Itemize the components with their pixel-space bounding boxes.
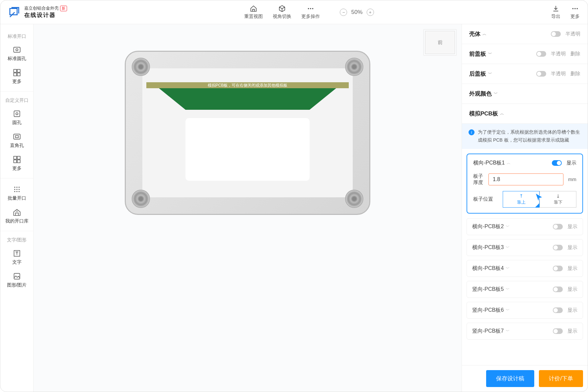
svg-rect-9 <box>17 69 20 72</box>
panel-row-back-cover[interactable]: 后盖板﹀ 半透明 删除 <box>462 64 588 84</box>
chevron-down-icon: ﹀ <box>488 71 492 77</box>
sidebar-item-image[interactable]: 图形/图片 <box>0 269 33 292</box>
info-icon: i <box>469 129 475 135</box>
pcb-list-item[interactable]: 横向-PCB板4﹀显示 <box>467 260 583 277</box>
show-toggle[interactable] <box>553 224 563 229</box>
rect-icon <box>13 132 21 141</box>
sidebar-item-circle-hole[interactable]: 圆孔 <box>0 106 33 129</box>
chevron-down-icon: ﹀ <box>494 91 498 97</box>
image-icon <box>13 272 21 281</box>
sidebar-item-rect-hole[interactable]: 直角孔 <box>0 129 33 152</box>
pcb-list-item[interactable]: 横向-PCB板2﹀显示 <box>467 218 583 235</box>
panel-footer: 保存设计稿 计价/下单 <box>462 365 588 392</box>
translucent-toggle[interactable] <box>551 31 561 37</box>
pcb-list-item[interactable]: 竖向-PCB板5﹀显示 <box>467 281 583 298</box>
pcb-card-active: 横向-PCB板1 ︿ 显示 板子厚度 mm 板子位 <box>467 154 583 214</box>
pcb-list-item[interactable]: 横向-PCB板3﹀显示 <box>467 239 583 256</box>
show-toggle[interactable] <box>553 266 563 271</box>
text-icon <box>13 249 21 258</box>
right-panel: 壳体︿ 半透明 前盖板﹀ 半透明 删除 后盖板﹀ <box>462 24 588 392</box>
panel-row-pcb[interactable]: 模拟PCB板︿ <box>462 104 588 124</box>
logo-title: 嘉立创铝合金外壳 <box>24 5 59 11</box>
show-toggle[interactable] <box>553 328 563 334</box>
sidebar-item-text[interactable]: 文字 <box>0 246 33 269</box>
download-icon <box>552 5 559 12</box>
order-button[interactable]: 计价/下单 <box>539 370 583 387</box>
svg-point-20 <box>16 187 17 188</box>
position-bottom-button[interactable]: ⤓ 靠下 <box>540 191 576 208</box>
panel-row-shell[interactable]: 壳体︿ 半透明 <box>462 24 588 44</box>
pcb-card-title[interactable]: 横向-PCB板1 ︿ <box>473 160 511 166</box>
show-toggle[interactable] <box>553 245 563 250</box>
hole-icon <box>13 45 21 54</box>
svg-point-2 <box>312 8 314 9</box>
svg-point-7 <box>16 49 18 51</box>
grid-icon <box>13 68 21 77</box>
delete-link[interactable]: 删除 <box>570 51 580 57</box>
library-icon <box>13 208 21 217</box>
section-heading: 自定义开口 <box>0 95 33 106</box>
position-top-button[interactable]: ⤒ 靠上 <box>503 191 540 208</box>
sidebar-item-more[interactable]: 更多 <box>0 65 33 88</box>
svg-point-3 <box>572 8 574 9</box>
align-top-icon: ⤒ <box>519 193 523 199</box>
chevron-up-icon: ︿ <box>482 31 486 37</box>
delete-link[interactable]: 删除 <box>570 71 580 77</box>
svg-rect-8 <box>14 69 17 72</box>
sidebar-item-more2[interactable]: 更多 <box>0 152 33 175</box>
view-cube[interactable]: 前 <box>425 31 455 54</box>
panel-row-front-cover[interactable]: 前盖板﹀ 半透明 删除 <box>462 44 588 64</box>
svg-rect-11 <box>17 73 20 76</box>
sidebar-item-library[interactable]: 我的开口库 <box>0 205 33 228</box>
svg-rect-10 <box>14 73 17 76</box>
canvas[interactable]: 前 模拟PCB板，可在右侧关闭或添加其他模拟板 <box>34 24 462 392</box>
zoom-out-button[interactable]: − <box>340 9 347 16</box>
thickness-input[interactable] <box>488 173 563 185</box>
export-button[interactable]: 导出 <box>551 5 560 20</box>
svg-point-27 <box>18 191 19 192</box>
svg-rect-18 <box>17 160 20 163</box>
show-toggle[interactable] <box>553 287 563 292</box>
save-button[interactable]: 保存设计稿 <box>486 370 534 387</box>
more-actions-button[interactable]: 更多操作 <box>301 5 320 20</box>
logo-icon <box>8 6 21 19</box>
switch-view-button[interactable]: 视角切换 <box>273 5 291 20</box>
chevron-down-icon: ﹀ <box>488 51 492 57</box>
show-toggle[interactable] <box>553 307 563 313</box>
svg-rect-13 <box>14 134 20 139</box>
translucent-toggle[interactable] <box>536 71 546 77</box>
show-toggle[interactable] <box>552 160 562 166</box>
svg-point-25 <box>14 191 15 192</box>
svg-rect-15 <box>14 156 17 159</box>
thickness-unit: mm <box>568 176 576 182</box>
pcb-list-item[interactable]: 竖向-PCB板7﹀显示 <box>467 323 583 340</box>
enclosure-model[interactable]: 模拟PCB板，可在右侧关闭或添加其他模拟板 <box>125 51 370 215</box>
pcb-info: i 为了便于定位，系统根据您所选壳体的导槽个数生成模拟 PCB 板，您可以根据需… <box>462 124 588 149</box>
sidebar-item-batch[interactable]: 批量开口 <box>0 182 33 205</box>
pcb-list-item[interactable]: 竖向-PCB板6﹀显示 <box>467 302 583 319</box>
grid-icon <box>13 155 21 164</box>
svg-rect-16 <box>17 156 20 159</box>
zoom-level: 50% <box>351 9 362 16</box>
zoom-in-button[interactable]: + <box>367 9 374 16</box>
translucent-toggle[interactable] <box>536 51 546 57</box>
screw-icon <box>132 190 150 208</box>
zoom-controls: − 50% + <box>340 5 374 20</box>
panel-row-color[interactable]: 外观颜色﹀ <box>462 84 588 104</box>
svg-point-22 <box>14 189 15 190</box>
svg-point-0 <box>308 8 309 9</box>
position-label: 板子位置 <box>473 196 498 202</box>
logo-badge: 新 <box>60 6 67 11</box>
reset-view-button[interactable]: 重置视图 <box>244 5 263 20</box>
pcb-visual <box>159 88 336 110</box>
sidebar-item-standard-hole[interactable]: 标准圆孔 <box>0 42 33 65</box>
svg-point-24 <box>18 189 19 190</box>
svg-rect-6 <box>14 47 20 52</box>
screw-icon <box>345 190 363 208</box>
more-button[interactable]: 更多 <box>570 5 580 20</box>
dots-icon <box>571 5 579 12</box>
home-icon <box>250 5 257 12</box>
svg-point-1 <box>310 8 312 9</box>
pcb-hint: 模拟PCB板，可在右侧关闭或添加其他模拟板 <box>146 82 349 88</box>
screw-icon <box>345 58 363 76</box>
